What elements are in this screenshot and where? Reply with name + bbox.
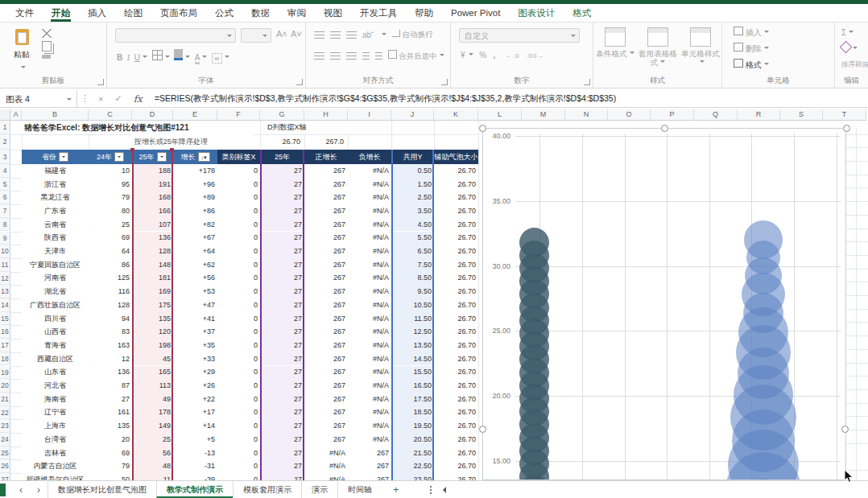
- column-header-Q[interactable]: Q: [694, 109, 738, 121]
- cell[interactable]: 台湾省: [22, 433, 89, 447]
- cell[interactable]: 267: [348, 447, 391, 460]
- cell[interactable]: #N/A: [348, 204, 391, 218]
- cell-g2[interactable]: 26.70: [260, 134, 303, 150]
- prev-sheet-icon[interactable]: ‹: [12, 484, 30, 496]
- row-header-1[interactable]: 1: [0, 121, 10, 134]
- cell[interactable]: +47: [173, 298, 217, 312]
- cell[interactable]: -39: [173, 473, 217, 480]
- cell[interactable]: 0: [217, 285, 260, 298]
- cell[interactable]: 26.70: [434, 325, 478, 339]
- cell[interactable]: 13.50: [391, 339, 434, 352]
- cell[interactable]: +14: [173, 419, 217, 433]
- cell[interactable]: #N/A: [348, 191, 391, 204]
- cell[interactable]: 0: [217, 406, 260, 420]
- cell[interactable]: 27: [260, 352, 304, 366]
- cell[interactable]: 26.70: [434, 178, 478, 191]
- ribbon-tab-绘图[interactable]: 绘图: [115, 4, 151, 22]
- ribbon-tab-视图[interactable]: 视图: [315, 4, 351, 22]
- cell[interactable]: 267: [348, 473, 391, 480]
- cell[interactable]: 23.50: [391, 473, 434, 480]
- italic-icon[interactable]: I: [127, 53, 130, 62]
- cell[interactable]: 26.70: [434, 191, 478, 204]
- row-header-24[interactable]: 24: [0, 433, 10, 447]
- cell[interactable]: 9.50: [391, 285, 434, 298]
- borders-icon[interactable]: [152, 50, 163, 60]
- column-header-E[interactable]: E: [173, 109, 217, 121]
- format-painter-icon[interactable]: [42, 55, 51, 59]
- cell[interactable]: 175: [132, 298, 173, 312]
- filter-sorted-icon[interactable]: ↓▾: [198, 152, 210, 162]
- cell[interactable]: 0: [217, 366, 260, 380]
- cell[interactable]: #N/A: [348, 272, 391, 286]
- cell[interactable]: 267: [304, 339, 348, 352]
- sheet-tab-演示[interactable]: 演示: [301, 481, 337, 498]
- cell[interactable]: 26.70: [434, 285, 478, 298]
- row-header-19[interactable]: 19: [0, 366, 10, 380]
- column-header-A[interactable]: A: [10, 109, 22, 121]
- row-header-21[interactable]: 21: [0, 393, 10, 406]
- cell[interactable]: 17.50: [391, 393, 434, 406]
- select-all-corner[interactable]: [0, 109, 10, 121]
- cell[interactable]: 95: [89, 178, 132, 191]
- cell[interactable]: 87: [89, 379, 132, 393]
- cell[interactable]: 191: [132, 178, 173, 191]
- fill-color-icon[interactable]: [174, 49, 183, 60]
- cell[interactable]: 26.70: [434, 245, 478, 258]
- cell[interactable]: 0: [217, 164, 260, 178]
- font-size-input[interactable]: [241, 28, 271, 43]
- ribbon-tab-开发工具[interactable]: 开发工具: [351, 4, 406, 22]
- align-top-icon[interactable]: [314, 31, 324, 39]
- cell[interactable]: 267: [304, 245, 348, 258]
- cell-h2[interactable]: 267.0: [304, 134, 346, 150]
- cell[interactable]: 45: [132, 352, 173, 366]
- column-header-H[interactable]: H: [304, 109, 348, 121]
- cell[interactable]: 天津市: [22, 245, 89, 258]
- cell[interactable]: 0: [217, 204, 260, 218]
- cell[interactable]: 27: [260, 232, 304, 245]
- cell[interactable]: 69: [89, 232, 132, 245]
- cell[interactable]: #N/A: [348, 379, 391, 393]
- cell[interactable]: 16.50: [391, 379, 434, 393]
- cell[interactable]: +56: [173, 272, 217, 286]
- cell[interactable]: 267: [304, 298, 348, 312]
- cancel-entry-icon[interactable]: ×: [93, 94, 109, 104]
- cell-styles-button[interactable]: 单元格样式: [680, 27, 721, 67]
- formula-input[interactable]: =SERIES(教学式制作演示!$D$3,教学式制作演示!$G$4:$G$35,…: [148, 93, 616, 105]
- column-header-P[interactable]: P: [651, 109, 694, 121]
- row-header-26[interactable]: 26: [0, 459, 10, 473]
- number-format-select[interactable]: 自定义: [459, 28, 580, 43]
- cell[interactable]: 10: [89, 164, 132, 178]
- font-dialog-launcher-icon[interactable]: [296, 79, 303, 85]
- cell[interactable]: +64: [173, 245, 217, 258]
- cell[interactable]: 11.50: [391, 312, 434, 326]
- fill-button[interactable]: [841, 43, 858, 55]
- align-right-icon[interactable]: [346, 52, 357, 60]
- bold-icon[interactable]: B: [117, 53, 122, 62]
- cell[interactable]: #N/A: [348, 312, 391, 326]
- cell[interactable]: +26: [173, 379, 217, 393]
- cell[interactable]: 内蒙古自治区: [22, 459, 89, 473]
- wrap-text-button[interactable]: 自动换行: [392, 30, 432, 40]
- cell[interactable]: 0: [217, 339, 260, 352]
- ribbon-tab-插入[interactable]: 插入: [79, 4, 115, 22]
- cell[interactable]: +62: [173, 258, 217, 272]
- cell[interactable]: 113: [132, 379, 173, 393]
- cell[interactable]: 166: [132, 204, 173, 218]
- x-axis-note-cell[interactable]: D列数据X轴: [265, 121, 353, 134]
- row-header-15[interactable]: 15: [0, 312, 10, 326]
- alignment-dialog-launcher-icon[interactable]: [441, 79, 448, 85]
- cell[interactable]: 267: [348, 459, 391, 473]
- align-bottom-icon[interactable]: [346, 31, 357, 39]
- cell[interactable]: 267: [304, 393, 348, 406]
- cell[interactable]: 0: [217, 325, 260, 339]
- cell[interactable]: 四川省: [22, 312, 89, 326]
- chart-handle[interactable]: [661, 125, 668, 132]
- cut-icon[interactable]: [42, 29, 52, 38]
- horizontal-scrollbar[interactable]: [451, 481, 868, 498]
- cell[interactable]: 27: [260, 406, 304, 420]
- underline-icon[interactable]: U: [134, 53, 140, 62]
- orientation-icon[interactable]: ab˘: [362, 31, 374, 39]
- cell[interactable]: 云南省: [22, 218, 89, 232]
- cell[interactable]: 0: [217, 433, 260, 447]
- cell[interactable]: 12.50: [391, 325, 434, 339]
